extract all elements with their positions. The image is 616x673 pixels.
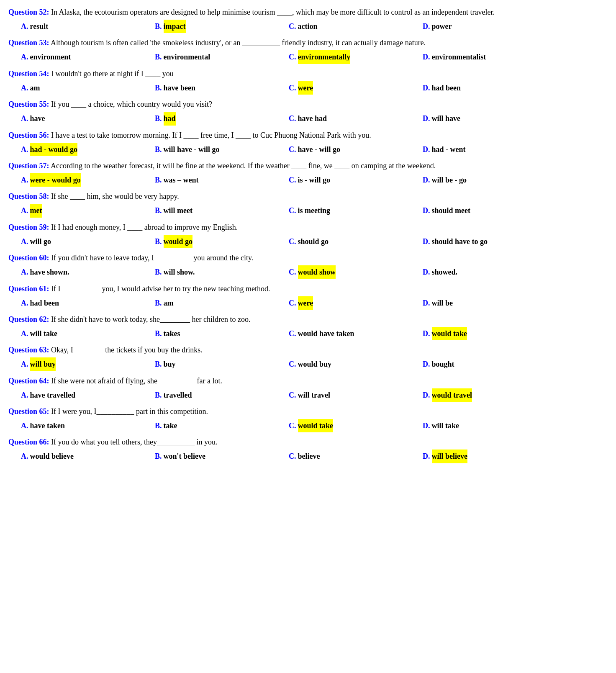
answers-row-q55: A.haveB.hadC.have hadD.will have (8, 112, 608, 125)
answer-label: D. (423, 112, 430, 125)
question-body: If she ____ him, she would be very happy… (49, 192, 179, 200)
answers-row-q66: A.would believeB.won't believeC.believeD… (8, 450, 608, 463)
answer-item: C.were (289, 296, 423, 310)
question-text-q63: Question 63: Okay, I________ the tickets… (8, 344, 608, 356)
answer-label: B. (155, 296, 162, 310)
answers-row-q62: A.will takeB.takesC.would have takenD.wo… (8, 327, 608, 340)
answer-label: D. (423, 20, 430, 33)
answer-item: A.met (21, 204, 155, 217)
answers-row-q64: A.have travelledB.travelledC.will travel… (8, 388, 608, 402)
answer-item: A.am (21, 81, 155, 95)
answer-label: C. (289, 112, 296, 125)
answers-row-q52: A.resultB.impactC.actionD.power (8, 20, 608, 33)
question-block-q58: Question 58: If she ____ him, she would … (8, 191, 608, 217)
answer-item: B.environmental (155, 50, 289, 64)
question-label: Question 58: (8, 192, 49, 200)
answer-label: B. (155, 112, 162, 125)
answer-label: A. (21, 450, 28, 463)
answer-label: C. (289, 357, 296, 371)
answer-text: would show (298, 265, 336, 279)
answer-label: A. (21, 235, 28, 248)
answer-text: will have - will go (164, 143, 220, 156)
answer-item: B.takes (155, 327, 289, 340)
answer-item: C.environmentally (289, 50, 423, 64)
answers-row-q61: A.had beenB.amC.wereD.will be (8, 296, 608, 310)
answer-text: takes (164, 327, 180, 340)
answer-text: bought (432, 357, 454, 371)
question-block-q66: Question 66: If you do what you tell oth… (8, 437, 608, 463)
question-body: If she didn't have to work today, she___… (49, 315, 251, 324)
answer-text: will take (432, 419, 459, 432)
answer-item: D.had - went (423, 143, 557, 156)
question-text-q64: Question 64: If she were not afraid of f… (8, 375, 608, 387)
answer-item: A.had been (21, 296, 155, 310)
answer-item: B.have been (155, 81, 289, 95)
answer-item: C.should go (289, 235, 423, 248)
question-body: If you didn't have to leave today, I____… (49, 254, 254, 262)
question-body: I wouldn't go there at night if I ____ y… (49, 69, 174, 78)
answer-text: have been (164, 81, 196, 95)
answers-row-q56: A.had - would goB.will have - will goC.h… (8, 143, 608, 156)
answers-row-q53: A.environmentB.environmentalC.environmen… (8, 50, 608, 64)
answer-label: B. (155, 450, 162, 463)
answer-item: B.would go (155, 235, 289, 248)
answer-item: A.environment (21, 50, 155, 64)
answer-item: D.power (423, 20, 557, 33)
answer-item: C.would take (289, 419, 423, 432)
answer-label: B. (155, 357, 162, 371)
answers-row-q59: A.will goB.would goC.should goD.should h… (8, 235, 608, 248)
question-label: Question 66: (8, 438, 49, 446)
answer-label: B. (155, 50, 162, 64)
answer-label: C. (289, 50, 296, 64)
answer-item: D.will believe (423, 450, 557, 463)
answer-text: environment (30, 50, 71, 64)
answer-text: believe (298, 450, 320, 463)
answer-item: D.would take (423, 327, 557, 340)
answers-row-q60: A.have shown.B.will show.C.would showD.s… (8, 265, 608, 279)
answer-item: D.environmentalist (423, 50, 557, 64)
answer-text: will meet (164, 204, 192, 217)
answer-label: D. (423, 388, 430, 402)
answer-label: A. (21, 81, 28, 95)
answer-text: met (30, 204, 42, 217)
answer-label: C. (289, 419, 296, 432)
question-body: I have a test to take tomorrow morning. … (49, 131, 371, 139)
answer-text: were (298, 81, 313, 95)
question-text-q52: Question 52: In Alaska, the ecotourism o… (8, 7, 608, 18)
answer-text: will travel (298, 388, 330, 402)
question-text-q57: Question 57: According to the weather fo… (8, 160, 608, 172)
answer-label: A. (21, 50, 28, 64)
answer-text: action (298, 20, 318, 33)
answer-label: B. (155, 327, 162, 340)
answer-item: D.will have (423, 112, 557, 125)
answer-text: take (164, 419, 177, 432)
answer-text: will show. (164, 265, 195, 279)
answer-text: would have taken (298, 327, 354, 340)
answer-item: B.was – went (155, 173, 289, 187)
answer-label: D. (423, 357, 430, 371)
answer-label: C. (289, 327, 296, 340)
answer-item: B.buy (155, 357, 289, 371)
question-text-q56: Question 56: I have a test to take tomor… (8, 130, 608, 141)
answer-item: B.won't believe (155, 450, 289, 463)
answer-item: C.is - will go (289, 173, 423, 187)
answer-item: C.would have taken (289, 327, 423, 340)
answer-label: D. (423, 296, 430, 310)
answer-item: B.will have - will go (155, 143, 289, 156)
answer-text: will be (432, 296, 453, 310)
question-body: If I had enough money, I ____ abroad to … (49, 223, 238, 231)
question-body: If I __________ you, I would advise her … (49, 285, 270, 293)
answer-item: A.have taken (21, 419, 155, 432)
answer-label: B. (155, 204, 162, 217)
answer-label: D. (423, 81, 430, 95)
answer-item: A.would believe (21, 450, 155, 463)
answer-text: have (30, 112, 45, 125)
answer-item: D.should have to go (423, 235, 557, 248)
answer-text: environmentally (298, 50, 351, 64)
answer-text: had - would go (30, 143, 78, 156)
answer-item: B.had (155, 112, 289, 125)
answer-label: C. (289, 235, 296, 248)
question-label: Question 59: (8, 223, 49, 231)
question-label: Question 55: (8, 100, 49, 108)
answer-item: C.would show (289, 265, 423, 279)
